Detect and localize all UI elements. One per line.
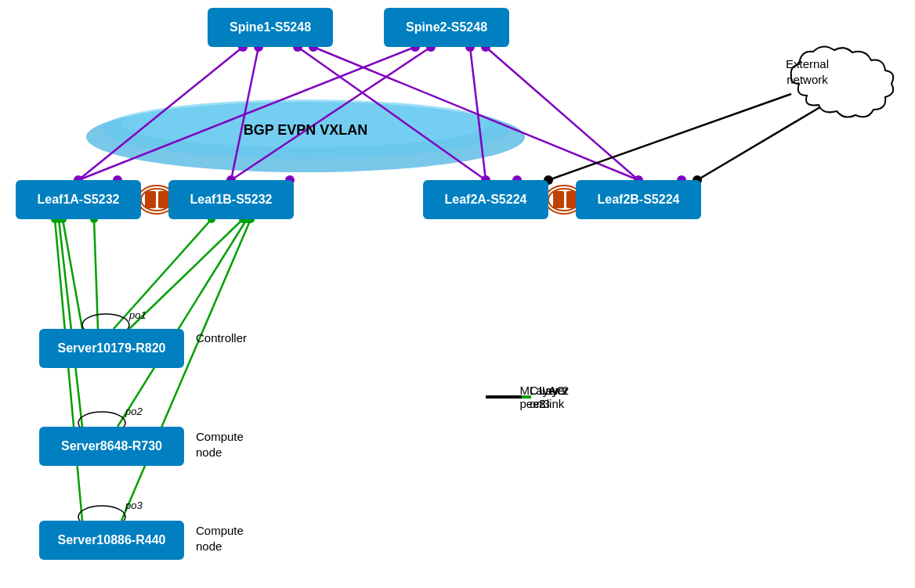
- leaf1b-server1-line1: [114, 219, 212, 329]
- po2-label: po2: [125, 406, 143, 417]
- leaf1a-server3-line1: [55, 219, 82, 521]
- mclag1-rect1: [145, 191, 156, 208]
- server1-node: Server10179-R820: [39, 329, 184, 368]
- leaf2a-node: Leaf2A-S5224: [423, 180, 548, 219]
- compute2-label: Computenode: [196, 523, 244, 554]
- leaf1b-node: Leaf1B-S5232: [168, 180, 294, 219]
- leaf2b-label: Leaf2B-S5224: [598, 193, 680, 207]
- legend-layer23: Layer 2 or 3: [486, 384, 574, 410]
- leaf1a-node: Leaf1A-S5232: [16, 180, 141, 219]
- mclag2-rect1: [553, 191, 564, 208]
- po1-label: po1: [129, 309, 146, 321]
- leaf1b-server3-line1: [121, 219, 251, 521]
- diagram-container: BGP EVPN VXLAN Spine1-S5248 Spine2-S5248…: [0, 0, 915, 588]
- bgp-evpn-label: BGP EVPN VXLAN: [244, 122, 368, 138]
- leaf2b-external-line: [697, 106, 823, 180]
- leaf1a-server1-line2: [94, 219, 98, 329]
- po3-label: po3: [125, 500, 143, 511]
- spine2-leaf2b-line: [486, 47, 638, 180]
- controller-label: Controller: [196, 331, 247, 345]
- spine1-node: Spine1-S5248: [208, 8, 333, 47]
- server3-label: Server10886-R440: [58, 533, 166, 547]
- mclag1-rect2: [158, 191, 169, 208]
- spine2-label: Spine2-S5248: [406, 20, 487, 34]
- leaf1b-server2-line1: [118, 219, 247, 427]
- leaf2a-label: Leaf2A-S5224: [445, 193, 527, 207]
- leaf1b-label: Leaf1B-S5232: [190, 193, 273, 207]
- spine2-node: Spine2-S5248: [384, 8, 509, 47]
- spine1-label: Spine1-S5248: [230, 20, 311, 34]
- server2-node: Server8648-R730: [39, 427, 184, 466]
- legend-layer23-line: [486, 395, 522, 399]
- compute1-label: Computenode: [196, 429, 244, 460]
- server1-label: Server10179-R820: [58, 341, 166, 355]
- server3-node: Server10886-R440: [39, 521, 184, 560]
- external-network-label: Externalnetwork: [786, 56, 829, 87]
- leaf2a-external-line: [548, 94, 791, 180]
- server2-label: Server8648-R730: [61, 439, 162, 453]
- leaf1a-label: Leaf1A-S5232: [38, 193, 120, 207]
- legend-layer23-label: Layer 2 or 3: [530, 384, 574, 410]
- leaf2b-node: Leaf2B-S5224: [576, 180, 701, 219]
